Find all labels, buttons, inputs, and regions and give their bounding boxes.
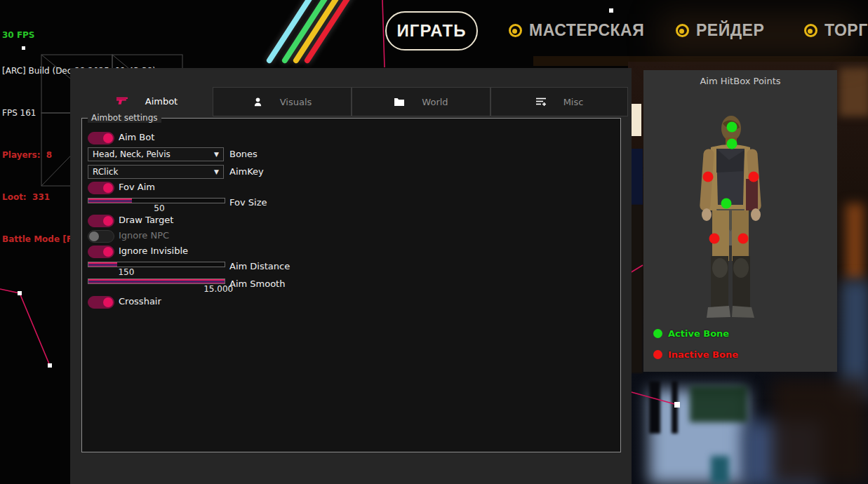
bone-dot-left-arm[interactable]	[702, 171, 713, 182]
fov-size-slider[interactable]	[88, 198, 225, 203]
bones-dropdown[interactable]: Head, Neck, Pelvis ▼	[88, 147, 224, 161]
draw-target-toggle[interactable]	[88, 215, 114, 227]
tab-label: Aimbot	[145, 96, 178, 107]
background-blob	[672, 381, 678, 433]
tab-label: Visuals	[280, 97, 312, 107]
chevron-down-icon: ▼	[214, 168, 219, 175]
nav-item-label: МАСТЕРСКАЯ	[529, 21, 644, 40]
nav-item-label: ТОРГО	[824, 21, 868, 40]
tab-aimbot[interactable]: Aimbot	[81, 87, 213, 115]
hitbox-panel-title: Aim HitBox Points	[643, 76, 837, 86]
screen: 30 FPS [ARC] Build (Dec 28 2025, 09:43:3…	[0, 0, 868, 484]
fov-aim-label: Fov Aim	[119, 181, 155, 194]
coin-icon	[676, 24, 689, 37]
ignore-invisible-toggle[interactable]	[88, 246, 114, 258]
background-blob	[711, 456, 729, 484]
tab-label: Misc	[563, 97, 584, 107]
tab-misc[interactable]: Misc	[490, 87, 628, 116]
aim-smooth-value: 15.000	[203, 284, 233, 294]
ignore-invisible-label: Ignore Invisible	[119, 245, 188, 257]
background-dark-block	[631, 205, 643, 373]
nav-item-label: РЕЙДЕР	[696, 21, 764, 40]
play-button[interactable]: ИГРАТЬ	[385, 11, 478, 51]
aim-smooth-label: Aim Smooth	[229, 278, 285, 289]
nav-item-workshop[interactable]: МАСТЕРСКАЯ	[509, 20, 644, 41]
bones-value: Head, Neck, Pelvis	[93, 149, 171, 159]
coin-icon	[804, 24, 817, 37]
aimbot-settings-group: Aimbot settings Aim Bot Head, Neck, Pelv…	[81, 118, 621, 452]
aim-bot-label: Aim Bot	[119, 131, 154, 144]
person-icon	[253, 97, 263, 107]
aim-distance-slider[interactable]	[88, 262, 225, 267]
aimkey-label: AimKey	[229, 166, 264, 177]
aim-distance-label: Aim Distance	[229, 261, 290, 271]
pistol-icon	[116, 97, 128, 106]
active-bone-dot	[653, 329, 662, 338]
background-blob	[772, 379, 868, 484]
chevron-down-icon: ▼	[214, 151, 219, 158]
rainbow-stripe	[293, 0, 399, 79]
fov-aim-toggle[interactable]	[88, 182, 114, 194]
tab-label: World	[422, 97, 448, 107]
background-navy-block	[631, 149, 643, 205]
bone-dot-right-thigh[interactable]	[737, 233, 748, 243]
nav-item-trade[interactable]: ТОРГО	[804, 20, 868, 41]
playlist-add-icon	[535, 97, 547, 107]
background-light-block	[631, 104, 641, 136]
ignore-npc-label: Ignore NPC	[119, 229, 169, 242]
fov-size-label: Fov Size	[229, 197, 267, 208]
group-title: Aimbot settings	[88, 113, 161, 123]
hud-fps-counter: 30 FPS	[2, 28, 156, 42]
folder-icon	[394, 98, 405, 107]
bone-dot-left-thigh[interactable]	[709, 233, 720, 243]
bones-label: Bones	[229, 149, 258, 159]
legend-label: Inactive Bone	[668, 349, 738, 360]
background-blob	[690, 386, 747, 422]
nav-item-raider[interactable]: РЕЙДЕР	[676, 20, 764, 41]
hitbox-panel: Aim HitBox Points	[643, 70, 837, 372]
fov-size-value: 50	[154, 203, 164, 213]
aimkey-dropdown[interactable]: RClick ▼	[88, 165, 224, 179]
draw-target-label: Draw Target	[119, 214, 173, 227]
legend-inactive-bone: Inactive Bone	[653, 349, 738, 360]
bone-dot-neck[interactable]	[727, 138, 737, 149]
tab-visuals[interactable]: Visuals	[213, 87, 352, 116]
ignore-npc-toggle[interactable]	[88, 230, 114, 243]
legend-label: Active Bone	[668, 328, 729, 339]
background-blob	[649, 381, 660, 433]
inactive-bone-dot	[653, 350, 662, 359]
aim-bot-toggle[interactable]	[88, 132, 114, 144]
tab-world[interactable]: World	[352, 87, 490, 116]
crosshair-label: Crosshair	[119, 295, 161, 308]
aim-distance-value: 150	[118, 267, 134, 277]
coin-icon	[509, 24, 522, 37]
background-blob	[846, 203, 864, 281]
aim-smooth-slider[interactable]	[88, 278, 225, 284]
cheat-menu-panel: Aimbot Visuals World	[70, 68, 632, 484]
bone-dot-head[interactable]	[727, 121, 737, 132]
background-blob	[839, 67, 868, 116]
aimkey-value: RClick	[93, 167, 118, 177]
legend-active-bone: Active Bone	[653, 328, 729, 339]
bone-dot-right-arm[interactable]	[749, 171, 759, 182]
crosshair-toggle[interactable]	[88, 296, 114, 309]
bone-dot-pelvis[interactable]	[721, 199, 732, 209]
